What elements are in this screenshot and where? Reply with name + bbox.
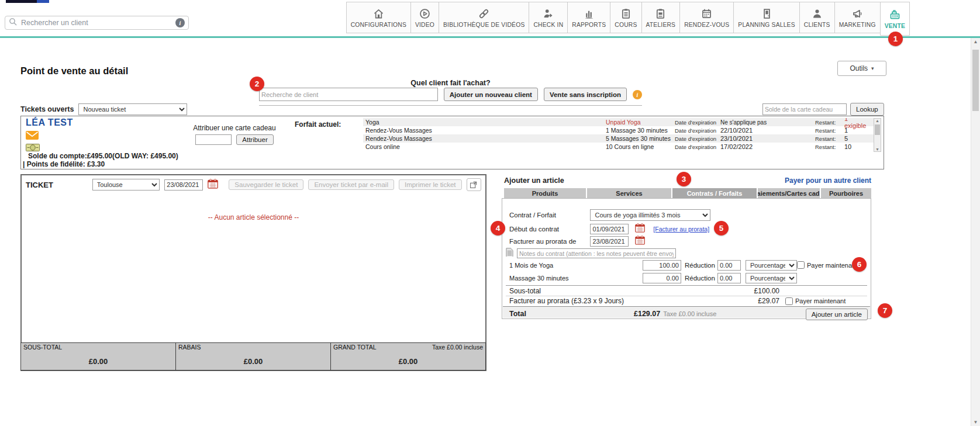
prorata-amount: £29.07: [714, 297, 779, 305]
gift-card-lookup: Lookup: [762, 103, 884, 116]
plan-table-scrollbar[interactable]: ▲ ▼: [874, 118, 881, 152]
notes-row: [506, 248, 676, 259]
nav-item-marketing[interactable]: MARKETING: [834, 2, 881, 33]
nav-item-clients[interactable]: CLIENTS: [799, 2, 835, 33]
print-ticket-button[interactable]: Imprimer le ticket: [399, 179, 462, 190]
prorate-link[interactable]: [Facturer au prorata]: [653, 226, 709, 233]
step-badge-2: 2: [250, 77, 264, 91]
ticket-panel: TICKET Toulouse Sauvegarder le ticket En…: [20, 174, 486, 371]
tab-produits[interactable]: Produits: [504, 188, 586, 198]
subtotal-cell: SOUS-TOTAL £0.00: [20, 342, 176, 370]
prorata-label: Facturer au prorata (£3.23 x 9 Jours): [509, 297, 624, 305]
header-search[interactable]: i: [5, 16, 189, 30]
step-badge-6: 6: [852, 257, 867, 272]
nav-item-configurations[interactable]: CONFIGURATIONS: [346, 2, 411, 33]
outils-button[interactable]: Outils ▾: [837, 61, 886, 76]
tab-services[interactable]: Services: [587, 188, 671, 198]
plan-row: Yoga Unpaid Yoga Date d'expiration Ne s'…: [363, 118, 874, 126]
reduction-input[interactable]: [717, 260, 741, 271]
current-plan-label: Forfait actuel:: [295, 120, 341, 129]
expiration-label: Date d'expiration: [675, 127, 720, 134]
scroll-down-icon[interactable]: ▼: [971, 420, 980, 425]
remaining-value: 10: [844, 143, 871, 150]
pay-other-client-link[interactable]: Payer pour un autre client: [785, 176, 871, 185]
reduction-label: Réduction: [685, 275, 715, 282]
calendar-picker-icon[interactable]: [635, 224, 647, 234]
warning-info-icon[interactable]: i: [633, 90, 642, 99]
nav-item-check-in[interactable]: CHECK IN: [529, 2, 568, 33]
tab-contrats-forfaits[interactable]: Contrats / Forfaits: [672, 188, 757, 198]
expiration-value: 17/02/2022: [720, 143, 815, 150]
ticket-date-input[interactable]: [164, 179, 203, 191]
empty-ticket-message: -- Aucun article sélectionné --: [22, 213, 485, 221]
save-ticket-button[interactable]: Sauvegarder le ticket: [229, 179, 303, 190]
open-tickets-select[interactable]: Nouveau ticket: [78, 103, 187, 115]
item-row: Massage 30 minutes Réduction Pourcentage: [509, 273, 866, 285]
tab-pourboires[interactable]: Pourboires: [821, 188, 871, 198]
email-ticket-button[interactable]: Envoyer ticket par e-mail: [308, 179, 394, 190]
plan-name: Cours online: [363, 143, 606, 150]
prorata-amount-row: Facturer au prorata (£3.23 x 9 Jours) £2…: [509, 297, 866, 306]
scroll-thumb[interactable]: [972, 50, 979, 111]
tab-paiements-cartes[interactable]: Paiements/Cartes cad...: [758, 188, 820, 198]
client-search-input[interactable]: [259, 88, 438, 101]
gift-card-balance-input[interactable]: [762, 103, 847, 115]
step-badge-5: 5: [714, 221, 729, 235]
link-icon: [478, 8, 490, 20]
client-name[interactable]: LÉA TEST: [26, 117, 73, 128]
nav-label: COURS: [615, 22, 637, 28]
nav-item-video[interactable]: VIDEO: [410, 2, 439, 33]
nav-item-rapports[interactable]: RAPPORTS: [567, 2, 610, 33]
scroll-up-icon[interactable]: ▲: [874, 119, 881, 123]
page-scrollbar[interactable]: ▲ ▼: [971, 38, 980, 426]
clipboard-lines-icon: [620, 8, 632, 20]
expiration-label: Date d'expiration: [675, 136, 720, 142]
plan-table: Yoga Unpaid Yoga Date d'expiration Ne s'…: [363, 118, 874, 152]
assign-button[interactable]: Attribuer: [236, 134, 273, 145]
plan-desc: 5 Massages 30 minutes: [606, 135, 675, 142]
lookup-button[interactable]: Lookup: [850, 103, 884, 116]
gift-card-number-input[interactable]: [195, 134, 232, 145]
envelope-icon[interactable]: [26, 131, 39, 142]
reduction-type-select[interactable]: Pourcentage: [746, 260, 797, 271]
expand-window-icon[interactable]: [467, 178, 481, 191]
total-row: Total £129.07Taxe £0.00 incluse Ajouter …: [503, 306, 870, 318]
article-tabs: Produits Services Contrats / Forfaits Pa…: [504, 188, 871, 198]
open-tickets: Tickets ouverts Nouveau ticket: [20, 103, 187, 115]
nav-item-bibliotheque-videos[interactable]: BIBLIOTHÈQUE DE VIDÉOS: [439, 2, 529, 33]
calendar-picker-icon[interactable]: [635, 237, 645, 247]
pay-now-checkbox[interactable]: [785, 297, 793, 305]
add-new-client-button[interactable]: Ajouter un nouveau client: [444, 88, 538, 101]
plan-desc: 10 Cours en ligne: [606, 143, 675, 150]
location-select[interactable]: Toulouse: [92, 179, 160, 191]
info-icon[interactable]: i: [175, 18, 185, 27]
nav-item-rendez-vous[interactable]: RENDEZ-VOUS: [679, 2, 734, 33]
contract-start-input[interactable]: [590, 224, 629, 234]
scroll-down-icon[interactable]: ▼: [874, 147, 881, 151]
client-panel: LÉA TEST Solde du compte:£495.00(OLD WAY…: [20, 116, 884, 169]
nav-item-vente[interactable]: VENTE: [880, 2, 910, 36]
ticket-totals-bar: SOUS-TOTAL £0.00 RABAIS £0.00 GRAND TOTA…: [21, 342, 486, 370]
nav-item-cours[interactable]: COURS: [610, 2, 641, 33]
scroll-up-icon[interactable]: ▲: [971, 39, 980, 44]
item-name: Massage 30 minutes: [509, 275, 569, 282]
header-search-input[interactable]: [21, 19, 175, 27]
nav-item-ateliers[interactable]: ATELIERS: [641, 2, 681, 33]
reduction-input[interactable]: [717, 273, 741, 283]
item-price-input[interactable]: [643, 273, 681, 283]
scroll-thumb[interactable]: [875, 124, 880, 135]
contract-notes-input[interactable]: [517, 248, 676, 258]
add-article-button[interactable]: Ajouter un article: [806, 309, 868, 320]
item-price-input[interactable]: [643, 260, 681, 271]
contract-select[interactable]: Cours de yoga illimités 3 mois: [590, 209, 710, 221]
discount-cell: RABAIS £0.00: [175, 342, 331, 370]
nav-label: RENDEZ-VOUS: [684, 22, 729, 28]
calendar-picker-icon[interactable]: [208, 179, 218, 191]
nav-item-planning-salles[interactable]: PLANNING SALLES: [733, 2, 799, 33]
purchase-row: Ajouter un nouveau client Vente sans ins…: [259, 88, 642, 106]
reduction-type-select[interactable]: Pourcentage: [746, 273, 797, 283]
remaining-label: Restant:: [815, 119, 844, 126]
sale-without-signup-button[interactable]: Vente sans inscription: [544, 88, 627, 101]
prorate-date-input[interactable]: [590, 236, 629, 247]
pay-now-checkbox[interactable]: [797, 261, 805, 269]
